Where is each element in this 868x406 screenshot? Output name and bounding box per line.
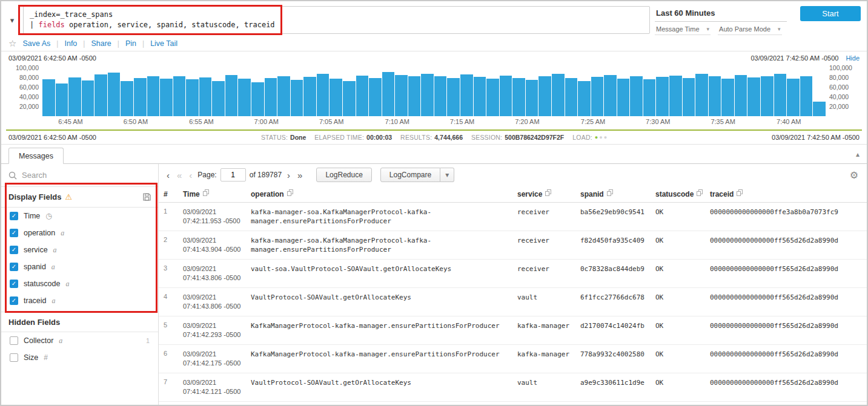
histogram-bar[interactable] <box>68 77 81 116</box>
table-row[interactable]: 303/09/202107:41:43.806 -0500vault-soa.V… <box>159 260 867 288</box>
table-row[interactable]: 403/09/202107:41:43.806 -0500VaultProtoc… <box>159 288 867 316</box>
column-header-spanid[interactable]: spanid <box>575 186 651 203</box>
field-row-service[interactable]: ✓servicea <box>1 241 158 258</box>
first-page-icon[interactable]: « <box>175 171 184 180</box>
histogram-bar[interactable] <box>382 72 395 116</box>
histogram-bar[interactable] <box>800 76 813 116</box>
field-row-operation[interactable]: ✓operationa <box>1 224 158 241</box>
toolbar-link-save-as[interactable]: Save As <box>22 39 50 48</box>
histogram-bar[interactable] <box>774 74 787 116</box>
histogram-bar[interactable] <box>552 74 565 116</box>
histogram-bar[interactable] <box>735 75 747 116</box>
histogram-bar[interactable] <box>212 81 225 116</box>
table-row[interactable]: 703/09/202107:41:42.121 -0500VaultProtoc… <box>159 373 867 402</box>
histogram-bar[interactable] <box>604 75 617 116</box>
histogram-bar[interactable] <box>369 78 382 116</box>
histogram-bar[interactable] <box>591 77 604 116</box>
column-header-operation[interactable]: operation <box>246 186 512 203</box>
histogram-bar[interactable] <box>578 81 591 116</box>
histogram-bar[interactable] <box>251 82 264 116</box>
histogram-bar[interactable] <box>512 78 525 116</box>
histogram-bar[interactable] <box>787 79 800 116</box>
field-row-spanid[interactable]: ✓spanida <box>1 258 158 275</box>
histogram-bar[interactable] <box>94 74 107 116</box>
histogram-bar[interactable] <box>317 74 330 116</box>
field-row-statuscode[interactable]: ✓statuscodea <box>1 275 158 292</box>
copy-icon[interactable] <box>697 189 703 198</box>
histogram-bar[interactable] <box>761 76 774 116</box>
histogram-bar[interactable] <box>147 76 160 116</box>
column-header-statuscode[interactable]: statuscode <box>651 186 705 203</box>
table-row[interactable]: 603/09/202107:41:42.175 -0500KafkaManage… <box>159 345 867 373</box>
tab-messages[interactable]: Messages <box>8 148 64 164</box>
checkbox-checked-icon[interactable]: ✓ <box>10 296 18 305</box>
copy-icon[interactable] <box>203 189 209 198</box>
histogram-bar[interactable] <box>434 76 447 116</box>
field-row-time[interactable]: ✓Time◷ <box>1 208 158 224</box>
histogram-bar[interactable] <box>630 76 643 116</box>
histogram-bar[interactable] <box>186 79 199 116</box>
histogram-bar[interactable] <box>500 76 512 116</box>
toolbar-link-pin[interactable]: Pin <box>125 39 136 48</box>
histogram-bar[interactable] <box>225 75 238 116</box>
checkbox-checked-icon[interactable]: ✓ <box>10 229 18 237</box>
histogram-bar[interactable] <box>160 79 173 116</box>
histogram-bar[interactable] <box>343 81 356 116</box>
auto-parse-mode-select[interactable]: Auto Parse Mode▾ <box>718 25 782 35</box>
collapse-sidebar-icon[interactable]: ‹ <box>165 171 171 180</box>
histogram-bar[interactable] <box>565 78 578 116</box>
histogram-bar[interactable] <box>173 76 186 116</box>
histogram-bar[interactable] <box>108 73 121 116</box>
histogram-bar[interactable] <box>447 78 460 116</box>
prev-page-icon[interactable]: ‹ <box>187 171 194 180</box>
histogram-bar[interactable] <box>526 80 538 116</box>
histogram-bar[interactable] <box>121 81 133 116</box>
settings-gear-icon[interactable]: ⚙ <box>850 169 858 181</box>
histogram-bar[interactable] <box>395 75 408 116</box>
histogram-bar[interactable] <box>421 74 434 116</box>
collapse-panel-icon[interactable]: ▴ <box>856 150 860 159</box>
field-row-size[interactable]: Size# <box>1 349 158 366</box>
last-page-icon[interactable]: » <box>296 171 304 180</box>
toolbar-link-share[interactable]: Share <box>91 39 111 48</box>
histogram-bar[interactable] <box>709 76 721 116</box>
histogram-bar[interactable] <box>134 78 147 116</box>
checkbox-unchecked-icon[interactable] <box>10 353 18 362</box>
column-header-num[interactable]: # <box>159 186 178 203</box>
histogram-bar[interactable] <box>291 80 303 116</box>
logcompare-dropdown-icon[interactable]: ▾ <box>440 168 454 182</box>
histogram-bar[interactable] <box>747 77 760 116</box>
histogram-bar[interactable] <box>356 76 369 116</box>
copy-icon[interactable] <box>545 189 551 198</box>
next-page-icon[interactable]: › <box>285 171 292 180</box>
message-time-select[interactable]: Message Time▾ <box>655 25 711 35</box>
favorite-star-icon[interactable]: ☆ <box>8 38 16 49</box>
histogram-bar[interactable] <box>460 74 473 116</box>
histogram-bar[interactable] <box>277 76 290 116</box>
histogram-bar[interactable] <box>238 79 251 116</box>
histogram-bar[interactable] <box>643 79 656 116</box>
column-header-service[interactable]: service <box>512 186 575 203</box>
field-row-traceid[interactable]: ✓traceida <box>1 292 158 309</box>
column-header-time[interactable]: Time <box>178 186 246 203</box>
histogram-bar[interactable] <box>538 76 551 116</box>
field-row-collector[interactable]: Collectora1 <box>1 332 158 349</box>
histogram-bar[interactable] <box>486 79 499 116</box>
logreduce-button[interactable]: LogReduce <box>316 168 371 182</box>
histogram-bar[interactable] <box>656 77 669 116</box>
histogram-bar[interactable] <box>82 80 94 116</box>
histogram-bar[interactable] <box>265 78 277 116</box>
histogram-bar[interactable] <box>42 79 55 116</box>
table-row[interactable]: 103/09/202107:42:11.953 -0500kafka-manag… <box>159 203 867 231</box>
copy-icon[interactable] <box>607 189 613 198</box>
histogram-bar[interactable] <box>683 78 695 116</box>
toolbar-link-info[interactable]: Info <box>64 39 77 48</box>
column-header-traceid[interactable]: traceid <box>705 186 867 203</box>
histogram-bar[interactable] <box>474 77 486 116</box>
histogram-bar[interactable] <box>669 76 682 116</box>
query-expander-chevron-icon[interactable]: ▾ <box>6 6 18 34</box>
save-fields-icon[interactable] <box>143 193 151 201</box>
histogram-bar[interactable] <box>303 77 316 116</box>
field-search-input[interactable] <box>22 171 151 180</box>
histogram-bar[interactable] <box>721 79 734 116</box>
